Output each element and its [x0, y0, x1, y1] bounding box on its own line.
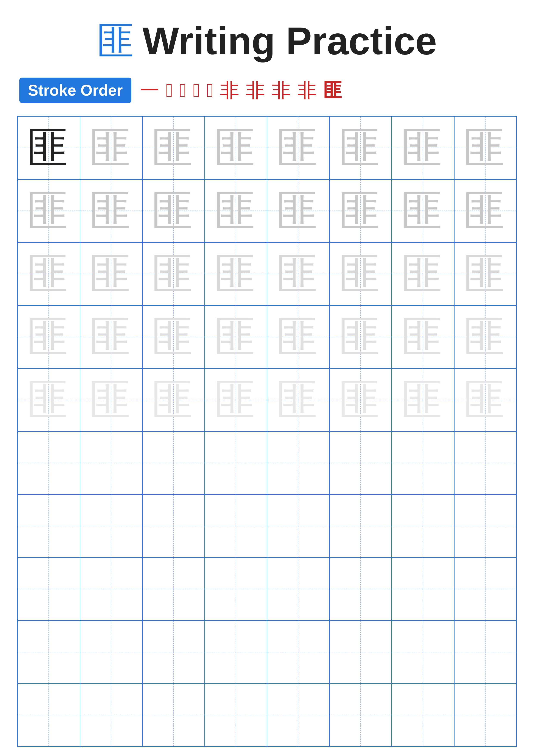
title-row: 匪 Writing Practice	[97, 21, 437, 60]
grid-cell[interactable]	[267, 558, 330, 620]
grid-cell[interactable]: 匪	[80, 117, 143, 179]
grid-cell[interactable]: 匪	[18, 243, 80, 305]
grid-cell[interactable]	[267, 432, 330, 494]
grid-cell[interactable]	[392, 558, 454, 620]
grid-row-6	[18, 432, 516, 495]
char-guide: 匪	[277, 315, 320, 358]
grid-cell[interactable]	[454, 558, 516, 620]
grid-cell[interactable]	[267, 684, 330, 746]
grid-cell[interactable]: 匪	[330, 306, 392, 368]
grid-cell[interactable]: 匪	[205, 306, 267, 368]
grid-cell[interactable]	[392, 684, 454, 746]
grid-cell[interactable]	[142, 684, 205, 746]
grid-cell[interactable]: 匪	[330, 117, 392, 179]
grid-cell[interactable]: 匪	[142, 243, 205, 305]
grid-cell[interactable]: 匪	[392, 306, 454, 368]
grid-cell[interactable]: 匪	[205, 243, 267, 305]
grid-cell[interactable]	[330, 558, 392, 620]
grid-cell[interactable]	[205, 432, 267, 494]
grid-cell[interactable]	[205, 684, 267, 746]
grid-cell[interactable]: 匪	[267, 180, 330, 242]
grid-cell[interactable]: 匪	[18, 369, 80, 431]
grid-cell[interactable]	[142, 558, 205, 620]
grid-row-1: 匪 匪 匪 匪 匪 匪 匪 匪	[18, 117, 516, 180]
grid-cell[interactable]	[18, 684, 80, 746]
grid-cell[interactable]	[80, 495, 143, 557]
grid-cell[interactable]	[392, 495, 454, 557]
grid-cell[interactable]: 匪	[142, 117, 205, 179]
char-guide: 匪	[401, 378, 445, 421]
grid-cell[interactable]	[454, 684, 516, 746]
grid-cell[interactable]	[80, 558, 143, 620]
grid-cell[interactable]	[330, 621, 392, 683]
char-guide: 匪	[401, 126, 445, 169]
char-guide: 匪	[464, 126, 507, 169]
grid-cell[interactable]: 匪	[267, 369, 330, 431]
stroke-8: 非	[272, 81, 291, 100]
grid-cell[interactable]: 匪	[267, 243, 330, 305]
grid-cell[interactable]: 匪	[18, 306, 80, 368]
grid-cell[interactable]: 匪	[142, 306, 205, 368]
grid-cell[interactable]: 匪	[80, 306, 143, 368]
grid-cell[interactable]: 匪	[454, 117, 516, 179]
char-guide: 匪	[27, 126, 70, 169]
grid-cell[interactable]	[267, 621, 330, 683]
grid-cell[interactable]	[18, 432, 80, 494]
grid-cell[interactable]	[205, 558, 267, 620]
grid-cell[interactable]: 匪	[392, 243, 454, 305]
grid-cell[interactable]: 匪	[454, 369, 516, 431]
char-guide: 匪	[214, 126, 257, 169]
grid-cell[interactable]	[18, 621, 80, 683]
grid-cell[interactable]	[330, 495, 392, 557]
grid-cell[interactable]	[454, 495, 516, 557]
grid-cell[interactable]	[18, 558, 80, 620]
grid-cell[interactable]: 匪	[454, 306, 516, 368]
grid-cell[interactable]: 匪	[454, 243, 516, 305]
grid-cell[interactable]: 匪	[392, 180, 454, 242]
grid-cell[interactable]: 匪	[392, 117, 454, 179]
grid-cell[interactable]: 匪	[454, 180, 516, 242]
grid-cell[interactable]	[142, 621, 205, 683]
grid-cell[interactable]	[392, 432, 454, 494]
grid-cell[interactable]	[454, 621, 516, 683]
grid-cell[interactable]: 匪	[80, 243, 143, 305]
grid-cell[interactable]	[330, 684, 392, 746]
char-guide: 匪	[339, 315, 382, 358]
grid-row-7	[18, 495, 516, 558]
grid-cell[interactable]	[205, 621, 267, 683]
grid-cell[interactable]	[142, 432, 205, 494]
grid-cell[interactable]: 匪	[18, 117, 80, 179]
grid-cell[interactable]	[392, 621, 454, 683]
grid-cell[interactable]: 匪	[205, 369, 267, 431]
grid-cell[interactable]: 匪	[205, 180, 267, 242]
grid-cell[interactable]	[142, 495, 205, 557]
grid-cell[interactable]	[205, 495, 267, 557]
grid-cell[interactable]: 匪	[330, 243, 392, 305]
grid-cell[interactable]	[267, 495, 330, 557]
grid-cell[interactable]: 匪	[330, 180, 392, 242]
stroke-1: 一	[140, 81, 159, 100]
grid-cell[interactable]	[80, 621, 143, 683]
char-guide: 匪	[27, 189, 70, 232]
grid-cell[interactable]: 匪	[330, 369, 392, 431]
grid-cell[interactable]: 匪	[205, 117, 267, 179]
grid-cell[interactable]: 匪	[267, 306, 330, 368]
grid-cell[interactable]	[330, 432, 392, 494]
grid-cell[interactable]: 匪	[80, 369, 143, 431]
char-guide: 匪	[27, 315, 70, 358]
char-guide: 匪	[339, 126, 382, 169]
char-guide: 匪	[89, 189, 133, 232]
grid-cell[interactable]	[454, 432, 516, 494]
char-guide: 匪	[89, 378, 133, 421]
grid-cell[interactable]: 匪	[392, 369, 454, 431]
practice-grid: 匪 匪 匪 匪 匪 匪 匪 匪 匪 匪 匪 匪 匪 匪 匪 匪 匪 匪 匪 匪 …	[17, 116, 517, 747]
grid-cell[interactable]	[80, 432, 143, 494]
grid-cell[interactable]: 匪	[80, 180, 143, 242]
grid-cell[interactable]: 匪	[142, 180, 205, 242]
char-guide: 匪	[152, 378, 195, 421]
grid-cell[interactable]	[80, 684, 143, 746]
grid-cell[interactable]: 匪	[18, 180, 80, 242]
grid-cell[interactable]: 匪	[142, 369, 205, 431]
grid-cell[interactable]	[18, 495, 80, 557]
grid-cell[interactable]: 匪	[267, 117, 330, 179]
